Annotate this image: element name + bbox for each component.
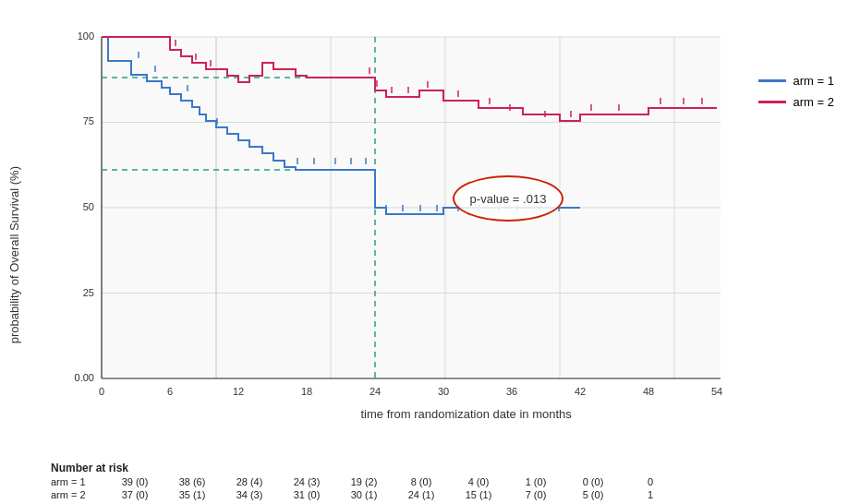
p-value-text: p-value = .013 bbox=[470, 192, 547, 206]
main-container: probability of Overall Survival (%) bbox=[0, 0, 848, 504]
legend-item-arm2: arm = 2 bbox=[758, 95, 834, 109]
nar-cell-arm2-0: 37 (0) bbox=[106, 489, 164, 500]
svg-text:75: 75 bbox=[83, 115, 94, 126]
nar-cell-arm2-9: 1 bbox=[622, 489, 679, 500]
legend-label-arm1: arm = 1 bbox=[793, 74, 834, 88]
svg-text:100: 100 bbox=[78, 30, 94, 42]
nar-label-arm1: arm = 1 bbox=[51, 476, 106, 487]
nar-cell-arm1-8: 0 (0) bbox=[564, 476, 622, 487]
svg-text:54: 54 bbox=[711, 386, 722, 397]
nar-cell-arm2-4: 30 (1) bbox=[335, 489, 393, 500]
svg-text:30: 30 bbox=[438, 386, 449, 397]
legend: arm = 1 arm = 2 bbox=[758, 74, 834, 116]
x-axis-label: time from randomization date in months bbox=[361, 407, 572, 421]
nar-cell-arm1-2: 28 (4) bbox=[221, 476, 278, 487]
nar-cell-arm1-4: 19 (2) bbox=[335, 476, 393, 487]
number-at-risk-table: Number at risk arm = 1 39 (0) 38 (6) 28 … bbox=[51, 462, 679, 502]
nar-cell-arm2-8: 5 (0) bbox=[564, 489, 622, 500]
nar-cell-arm1-1: 38 (6) bbox=[164, 476, 221, 487]
legend-line-arm2 bbox=[758, 101, 786, 103]
svg-text:0.00: 0.00 bbox=[75, 372, 94, 383]
nar-cell-arm2-2: 34 (3) bbox=[221, 489, 278, 500]
nar-cell-arm1-0: 39 (0) bbox=[106, 476, 164, 487]
nar-title: Number at risk bbox=[51, 462, 679, 474]
legend-label-arm2: arm = 2 bbox=[793, 95, 834, 109]
svg-text:50: 50 bbox=[83, 201, 94, 212]
nar-cell-arm1-9: 0 bbox=[622, 476, 679, 487]
p-value-annotation: p-value = .013 bbox=[453, 175, 563, 222]
svg-text:12: 12 bbox=[233, 386, 244, 397]
nar-cell-arm1-3: 24 (3) bbox=[278, 476, 335, 487]
nar-cell-arm1-5: 8 (0) bbox=[393, 476, 450, 487]
legend-item-arm1: arm = 1 bbox=[758, 74, 834, 88]
nar-cell-arm2-5: 24 (1) bbox=[393, 489, 450, 500]
chart-area: 100 75 50 25 0.00 0 6 12 18 24 30 36 42 … bbox=[55, 9, 757, 406]
nar-cell-arm1-6: 4 (0) bbox=[450, 476, 507, 487]
legend-line-arm1 bbox=[758, 79, 786, 82]
svg-text:6: 6 bbox=[167, 386, 173, 397]
nar-row-arm2: arm = 2 37 (0) 35 (1) 34 (3) 31 (0) 30 (… bbox=[51, 489, 679, 500]
nar-cell-arm2-3: 31 (0) bbox=[278, 489, 335, 500]
svg-text:18: 18 bbox=[301, 386, 312, 397]
nar-cell-arm1-7: 1 (0) bbox=[507, 476, 564, 487]
nar-label-arm2: arm = 2 bbox=[51, 489, 106, 500]
svg-text:0: 0 bbox=[99, 386, 104, 397]
svg-text:48: 48 bbox=[643, 386, 654, 397]
svg-text:42: 42 bbox=[575, 386, 586, 397]
svg-text:25: 25 bbox=[83, 287, 94, 298]
nar-cell-arm2-7: 7 (0) bbox=[507, 489, 564, 500]
nar-cell-arm2-1: 35 (1) bbox=[164, 489, 221, 500]
svg-text:24: 24 bbox=[369, 386, 381, 397]
nar-row-arm1: arm = 1 39 (0) 38 (6) 28 (4) 24 (3) 19 (… bbox=[51, 476, 679, 487]
chart-svg: 100 75 50 25 0.00 0 6 12 18 24 30 36 42 … bbox=[55, 9, 757, 406]
nar-cell-arm2-6: 15 (1) bbox=[450, 489, 507, 500]
svg-text:36: 36 bbox=[506, 386, 517, 397]
y-axis-label: probability of Overall Survival (%) bbox=[7, 166, 21, 343]
